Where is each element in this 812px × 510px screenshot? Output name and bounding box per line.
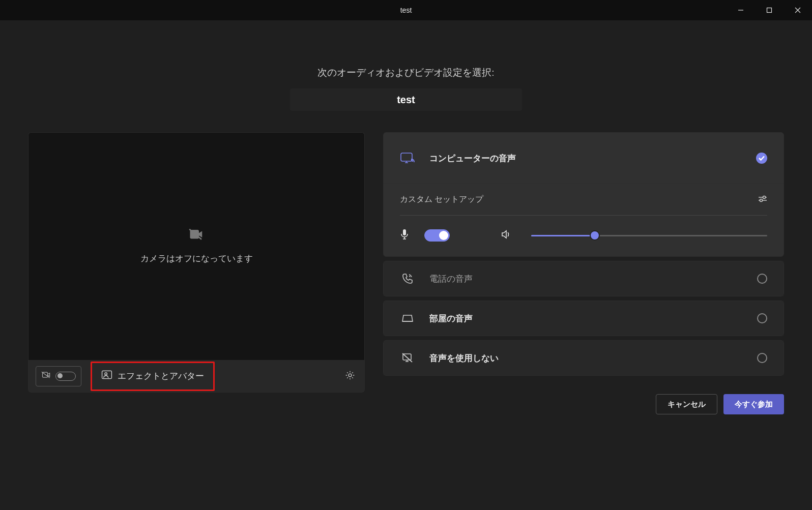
camera-off-text: カメラはオフになっています (140, 253, 253, 264)
phone-icon (400, 273, 415, 284)
svg-point-2 (105, 373, 107, 375)
svg-point-6 (760, 199, 763, 201)
microphone-icon (400, 229, 409, 242)
room-icon (400, 313, 415, 323)
svg-point-3 (349, 374, 352, 377)
camera-toggle-group[interactable] (36, 366, 81, 386)
audio-option-room[interactable]: 部屋の音声 (384, 301, 784, 336)
svg-rect-0 (767, 8, 772, 13)
radio-unselected-icon (757, 274, 767, 284)
no-audio-icon (400, 352, 415, 364)
computer-audio-icon (400, 152, 415, 165)
camera-toggle[interactable] (55, 372, 76, 381)
audio-option-label: 電話の音声 (429, 273, 743, 285)
maximize-button[interactable] (755, 0, 784, 20)
window-controls (727, 0, 812, 20)
speaker-icon (501, 229, 511, 242)
audio-option-none[interactable]: 音声を使用しない (384, 341, 784, 375)
custom-setup-section: カスタム セットアップ (384, 184, 784, 256)
close-button[interactable] (784, 0, 812, 20)
video-preview-panel: カメラはオフになっています (28, 132, 365, 360)
volume-slider-fill (531, 235, 595, 236)
audio-options-card: コンピューターの音声 カスタム セットアップ (383, 132, 784, 257)
page-heading: 次のオーディオおよびビデオ設定を選択: (0, 66, 812, 79)
join-now-button[interactable]: 今すぐ参加 (723, 394, 784, 414)
audio-option-label: コンピューターの音声 (429, 153, 742, 164)
cancel-button-label: キャンセル (668, 400, 706, 409)
minimize-button[interactable] (727, 0, 755, 20)
cancel-button[interactable]: キャンセル (656, 394, 717, 414)
audio-option-computer[interactable]: コンピューターの音声 (384, 133, 784, 184)
audio-option-phone[interactable]: 電話の音声 (384, 261, 784, 296)
video-controls-bar: エフェクトとアバター (28, 360, 365, 393)
camera-slash-icon (41, 371, 51, 382)
window-title: test (400, 6, 412, 14)
camera-off-icon (189, 228, 204, 244)
radio-unselected-icon (757, 353, 767, 363)
radio-unselected-icon (757, 313, 767, 323)
svg-rect-4 (401, 153, 412, 161)
join-now-button-label: 今すぐ参加 (735, 400, 773, 409)
effects-button-label: エフェクトとアバター (118, 370, 204, 382)
effects-and-avatar-button[interactable]: エフェクトとアバター (91, 362, 215, 391)
volume-slider-knob[interactable] (591, 231, 599, 239)
sliders-icon[interactable] (758, 195, 767, 204)
meeting-name-text: test (397, 94, 415, 106)
device-settings-button[interactable] (345, 370, 355, 382)
title-bar: test (0, 0, 812, 20)
footer-actions: キャンセル 今すぐ参加 (383, 380, 784, 414)
svg-point-5 (763, 196, 766, 198)
audio-option-label: 音声を使用しない (429, 352, 743, 364)
microphone-toggle[interactable] (424, 229, 450, 242)
meeting-name-field[interactable]: test (290, 88, 522, 111)
volume-slider[interactable] (531, 235, 767, 236)
check-badge-icon (756, 153, 767, 164)
svg-rect-7 (403, 229, 406, 235)
person-frame-icon (101, 370, 112, 382)
custom-setup-label: カスタム セットアップ (400, 194, 483, 205)
audio-option-label: 部屋の音声 (429, 313, 743, 324)
